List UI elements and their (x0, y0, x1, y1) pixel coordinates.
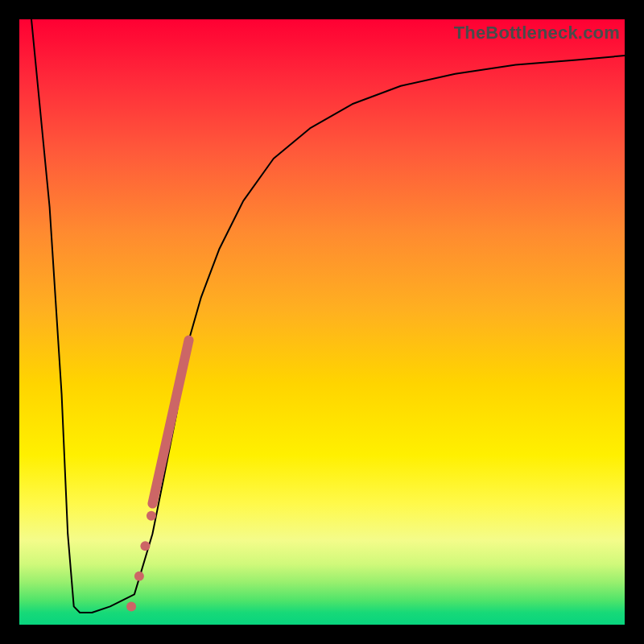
highlight-dot (134, 572, 144, 581)
highlight-dot (140, 541, 150, 551)
highlight-dot (126, 601, 136, 611)
chart-frame: TheBottleneck.com (0, 0, 644, 644)
highlight-dot (147, 511, 156, 521)
plot-area: TheBottleneck.com (19, 19, 625, 625)
bottleneck-curve (31, 19, 625, 613)
chart-svg (19, 19, 625, 625)
highlight-thick-segment (152, 341, 188, 504)
